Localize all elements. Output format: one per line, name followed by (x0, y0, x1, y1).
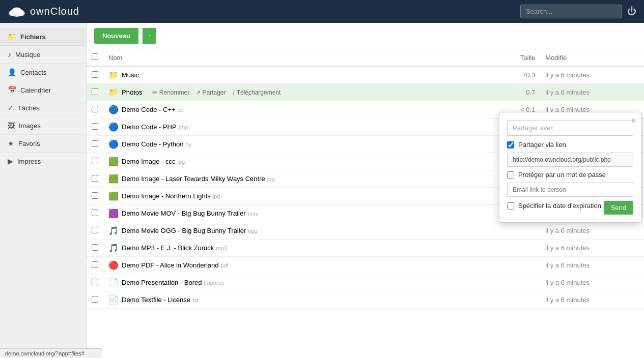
status-url: demo.owncloud.org/?app=files# (5, 350, 85, 356)
share-link-url-input[interactable] (507, 153, 633, 167)
row-name-cell: 🔵 Demo Code - C++ cc (103, 101, 492, 118)
file-name: Demo Code - Python (122, 140, 183, 148)
table-row[interactable]: 📁 Photos ✏ Renommer ↗ Partager ↓ Télécha… (87, 84, 644, 101)
share-popup-close-button[interactable]: × (631, 116, 636, 126)
sidebar-label-images: Images (19, 122, 41, 130)
expiry-checkbox[interactable] (507, 202, 514, 210)
file-ext: jpg (177, 159, 185, 165)
file-name: Demo Image - Northern Lights (122, 192, 211, 200)
file-ext: mp3 (216, 245, 227, 251)
file-name: Demo MP3 - E.J. - Blick Zurück (122, 244, 214, 252)
row-modified: il y a 6 minutes (540, 222, 644, 240)
table-row[interactable]: 📁 Music 70.3 il y a 6 minutes (87, 66, 644, 84)
download-button[interactable]: ↓ Téléchargement (232, 89, 281, 96)
table-row[interactable]: 📄 Demo Textfile - License txt il y a 6 m… (87, 291, 644, 309)
sidebar-label-calendrier: Calendrier (20, 86, 51, 94)
sidebar-item-taches[interactable]: ✓ Tâches (0, 99, 86, 117)
sidebar-item-images[interactable]: 🖼 Images (0, 117, 86, 135)
share-via-link-checkbox[interactable] (507, 141, 514, 148)
row-checkbox-cell (87, 153, 103, 170)
file-type-icon: 📁 (108, 87, 119, 97)
sidebar-item-fichiers[interactable]: 📁 Fichiers (0, 28, 86, 46)
sidebar: 📁 Fichiers ♪ Musique 👤 Contacts 📅 Calend… (0, 23, 87, 358)
row-checkbox-cell (87, 240, 103, 257)
row-checkbox[interactable] (92, 88, 98, 95)
sidebar-item-musique[interactable]: ♪ Musique (0, 46, 86, 64)
new-button[interactable]: Nouveau (94, 28, 138, 44)
row-checkbox[interactable] (92, 279, 98, 285)
row-checkbox[interactable] (92, 71, 98, 78)
contacts-icon: 👤 (8, 68, 16, 76)
sidebar-label-fichiers: Fichiers (20, 33, 46, 41)
row-checkbox[interactable] (92, 175, 98, 182)
sidebar-item-impress[interactable]: ▶ Impress (0, 153, 86, 170)
row-size (492, 240, 541, 257)
file-name: Demo Movie OGG - Big Bug Bunny Trailer (122, 227, 246, 234)
file-type-icon: 🎵 (108, 226, 119, 235)
row-modified: il y a 6 minutes (540, 240, 644, 257)
email-link-input[interactable] (507, 183, 633, 197)
upload-button[interactable]: ↑ (143, 28, 157, 44)
sidebar-item-contacts[interactable]: 👤 Contacts (0, 64, 86, 81)
row-checkbox[interactable] (92, 210, 98, 216)
file-name: Demo Code - PHP (122, 123, 177, 131)
protect-password-label: Protéger par un mot de passe (518, 171, 606, 178)
favorites-icon: ★ (8, 139, 14, 147)
table-row[interactable]: 🔴 Demo PDF - Alice in Wonderland pdf il … (87, 257, 644, 274)
row-checkbox-cell (87, 101, 103, 118)
row-name-cell: 📄 Demo Textfile - License txt (103, 291, 492, 309)
row-name-cell: 🔵 Demo Code - PHP php (103, 118, 492, 136)
protect-password-checkbox[interactable] (507, 171, 514, 178)
row-checkbox[interactable] (92, 158, 98, 164)
header-right: ⏻ (520, 5, 636, 18)
upload-icon: ↑ (148, 32, 152, 40)
table-row[interactable]: 🎵 Demo Movie OGG - Big Bug Bunny Trailer… (87, 222, 644, 240)
row-checkbox[interactable] (92, 227, 98, 233)
sidebar-label-impress: Impress (17, 158, 41, 165)
header-name: Nom (103, 49, 492, 66)
row-checkbox[interactable] (92, 261, 98, 268)
file-ext: ogg (248, 228, 257, 234)
images-icon: 🖼 (8, 122, 15, 130)
row-checkbox-cell (87, 170, 103, 188)
send-button[interactable]: Send (604, 201, 633, 215)
row-checkbox[interactable] (92, 123, 98, 130)
share-button[interactable]: ↗ Partager (195, 89, 226, 96)
rename-button[interactable]: ✏ Renommer (152, 89, 189, 96)
row-size (492, 291, 541, 309)
row-checkbox[interactable] (92, 106, 98, 112)
row-name-cell: 🎵 Demo Movie OGG - Big Bug Bunny Trailer… (103, 222, 492, 240)
file-ext: cc (178, 107, 183, 113)
table-row[interactable]: 🎵 Demo MP3 - E.J. - Blick Zurück mp3 il … (87, 240, 644, 257)
impress-icon: ▶ (8, 157, 13, 165)
header-checkbox-cell (87, 49, 103, 66)
search-input[interactable] (520, 5, 622, 18)
row-name-cell: 🔴 Demo PDF - Alice in Wonderland pdf (103, 257, 492, 274)
share-with-input[interactable] (507, 120, 633, 136)
sidebar-item-favoris[interactable]: ★ Favoris (0, 135, 86, 153)
row-checkbox[interactable] (92, 192, 98, 199)
file-name: Demo Movie MOV - Big Bug Bunny Trailer (122, 210, 245, 217)
row-modified: il y a 6 minutes (540, 291, 644, 309)
row-checkbox-cell (87, 84, 103, 101)
row-name-cell: 📁 Music (103, 66, 492, 84)
share-popup: × Partager via lien Protéger par un mot … (499, 112, 641, 223)
row-name-cell: 🟪 Demo Movie MOV - Big Bug Bunny Trailer… (103, 205, 492, 222)
select-all-checkbox[interactable] (92, 53, 98, 60)
file-type-icon: 🟩 (108, 157, 119, 166)
file-name: Demo Image - ccc (122, 158, 175, 165)
row-checkbox[interactable] (92, 140, 98, 147)
row-modified: il y a 6 minutes (540, 66, 644, 84)
file-ext: py (185, 141, 191, 147)
file-name: Demo Presentation - Bored (122, 279, 202, 286)
file-type-icon: 🔵 (108, 122, 119, 132)
layout: 📁 Fichiers ♪ Musique 👤 Contacts 📅 Calend… (0, 23, 644, 358)
sidebar-label-taches: Tâches (18, 104, 40, 112)
file-name: Demo Textfile - License (122, 296, 190, 304)
logo-icon (8, 6, 26, 18)
row-checkbox[interactable] (92, 244, 98, 251)
row-checkbox[interactable] (92, 296, 98, 303)
power-button[interactable]: ⏻ (627, 6, 636, 17)
sidebar-item-calendrier[interactable]: 📅 Calendrier (0, 81, 86, 99)
table-row[interactable]: 📄 Demo Presentation - Bored Impress il y… (87, 274, 644, 291)
